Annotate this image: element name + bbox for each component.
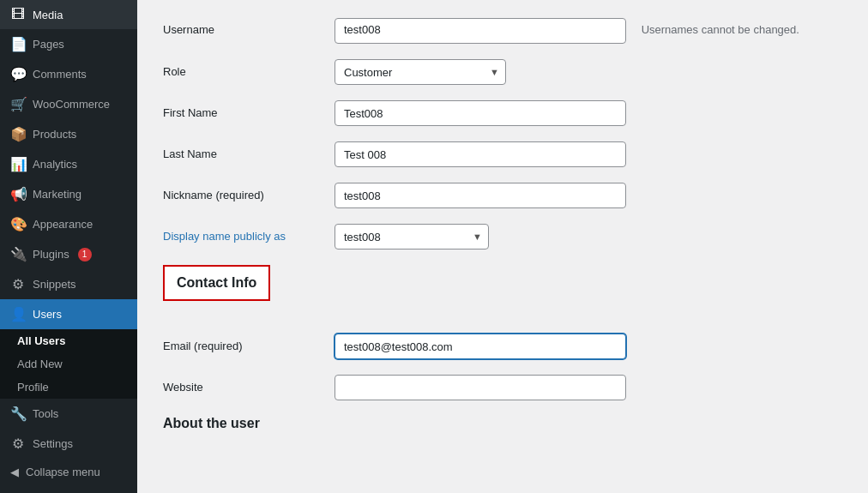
email-input[interactable] bbox=[335, 334, 626, 359]
sidebar-label-products: Products bbox=[33, 128, 76, 141]
nickname-label: Nickname (required) bbox=[163, 183, 335, 201]
main-content: Username test008 Usernames cannot be cha… bbox=[137, 0, 868, 493]
collapse-menu-button[interactable]: ◀ Collapse menu bbox=[0, 459, 137, 485]
sidebar-item-media[interactable]: 🎞 Media bbox=[0, 0, 137, 29]
display-name-select[interactable]: test008 Test008 Test 008 Test008 Test 00… bbox=[335, 224, 489, 250]
display-name-field: test008 Test008 Test 008 Test008 Test 00… bbox=[335, 224, 842, 250]
marketing-icon: 📢 bbox=[10, 186, 26, 202]
role-field: Customer Administrator Editor Author Sub… bbox=[335, 59, 842, 85]
sidebar-label-comments: Comments bbox=[33, 68, 87, 81]
collapse-icon: ◀ bbox=[10, 466, 19, 478]
last-name-label: Last Name bbox=[163, 141, 335, 160]
sidebar-label-plugins: Plugins bbox=[33, 248, 69, 261]
nickname-row: Nickname (required) bbox=[163, 183, 842, 208]
users-submenu: All Users Add New Profile bbox=[0, 329, 137, 399]
nickname-field bbox=[335, 183, 842, 208]
add-new-label: Add New bbox=[17, 358, 63, 370]
sidebar-item-snippets[interactable]: ⚙ Snippets bbox=[0, 269, 137, 299]
first-name-label: First Name bbox=[163, 100, 335, 119]
comments-icon: 💬 bbox=[10, 66, 26, 82]
collapse-label: Collapse menu bbox=[26, 466, 100, 478]
tools-icon: 🔧 bbox=[10, 406, 26, 422]
display-name-label: Display name publicly as bbox=[163, 224, 335, 243]
plugins-badge: 1 bbox=[78, 248, 92, 262]
all-users-label: All Users bbox=[17, 334, 65, 347]
sidebar-item-woocommerce[interactable]: 🛒 WooCommerce bbox=[0, 89, 137, 119]
first-name-row: First Name bbox=[163, 100, 842, 126]
sidebar-label-woocommerce: WooCommerce bbox=[33, 98, 110, 111]
plugins-icon: 🔌 bbox=[10, 246, 26, 262]
media-icon: 🎞 bbox=[10, 7, 26, 22]
about-heading: About the user bbox=[163, 416, 842, 431]
woocommerce-icon: 🛒 bbox=[10, 96, 26, 112]
sidebar-item-products[interactable]: 📦 Products bbox=[0, 119, 137, 149]
sidebar-item-profile[interactable]: Profile bbox=[0, 376, 137, 399]
last-name-row: Last Name bbox=[163, 141, 842, 167]
nickname-input[interactable] bbox=[335, 183, 626, 208]
display-name-row: Display name publicly as test008 Test008… bbox=[163, 224, 842, 250]
sidebar-item-marketing[interactable]: 📢 Marketing bbox=[0, 179, 137, 209]
tools-label: Tools bbox=[33, 407, 58, 420]
username-value: test008 bbox=[335, 18, 626, 44]
username-note: Usernames cannot be changed. bbox=[642, 17, 799, 36]
sidebar-item-plugins[interactable]: 🔌 Plugins 1 bbox=[0, 239, 137, 269]
role-row: Role Customer Administrator Editor Autho… bbox=[163, 59, 842, 85]
website-label: Website bbox=[163, 375, 335, 394]
sidebar-label-analytics: Analytics bbox=[33, 158, 77, 171]
sidebar-label-marketing: Marketing bbox=[33, 188, 81, 201]
role-select-wrap: Customer Administrator Editor Author Sub… bbox=[335, 59, 506, 85]
contact-info-section: Contact Info bbox=[163, 265, 842, 316]
username-row: Username test008 Usernames cannot be cha… bbox=[163, 17, 842, 44]
display-name-select-wrap: test008 Test008 Test 008 Test008 Test 00… bbox=[335, 224, 489, 250]
email-row: Email (required) bbox=[163, 334, 842, 359]
website-field bbox=[335, 375, 842, 400]
settings-label: Settings bbox=[33, 437, 73, 450]
sidebar-item-comments[interactable]: 💬 Comments bbox=[0, 59, 137, 89]
sidebar-label-appearance: Appearance bbox=[33, 218, 93, 231]
first-name-field bbox=[335, 100, 842, 126]
sidebar-item-pages[interactable]: 📄 Pages bbox=[0, 29, 137, 59]
sidebar-label-pages: Pages bbox=[33, 38, 64, 51]
snippets-icon: ⚙ bbox=[10, 276, 26, 292]
sidebar-item-analytics[interactable]: 📊 Analytics bbox=[0, 149, 137, 179]
pages-icon: 📄 bbox=[10, 36, 26, 52]
role-select[interactable]: Customer Administrator Editor Author Sub… bbox=[335, 59, 506, 85]
username-field: test008 Usernames cannot be changed. bbox=[335, 17, 842, 44]
role-label: Role bbox=[163, 59, 335, 78]
last-name-input[interactable] bbox=[335, 141, 626, 167]
sidebar-label-media: Media bbox=[33, 9, 63, 21]
settings-icon: ⚙ bbox=[10, 436, 26, 452]
analytics-icon: 📊 bbox=[10, 156, 26, 172]
appearance-icon: 🎨 bbox=[10, 216, 26, 232]
website-input[interactable] bbox=[335, 375, 626, 400]
sidebar-label-snippets: Snippets bbox=[33, 278, 76, 291]
profile-label: Profile bbox=[17, 381, 49, 394]
email-label: Email (required) bbox=[163, 334, 335, 352]
website-row: Website bbox=[163, 375, 842, 400]
sidebar-item-settings[interactable]: ⚙ Settings bbox=[0, 429, 137, 459]
username-label: Username bbox=[163, 17, 335, 36]
sidebar-item-users[interactable]: 👤 Users bbox=[0, 299, 137, 329]
sidebar-item-all-users[interactable]: All Users bbox=[0, 329, 137, 352]
sidebar-label-users: Users bbox=[33, 308, 62, 321]
sidebar-item-appearance[interactable]: 🎨 Appearance bbox=[0, 209, 137, 239]
contact-info-heading: Contact Info bbox=[163, 265, 270, 301]
sidebar-item-add-new[interactable]: Add New bbox=[0, 352, 137, 376]
sidebar-item-tools[interactable]: 🔧 Tools bbox=[0, 399, 137, 429]
sidebar: 🎞 Media 📄 Pages 💬 Comments 🛒 WooCommerce… bbox=[0, 0, 137, 493]
first-name-input[interactable] bbox=[335, 100, 626, 126]
email-field-wrap bbox=[335, 334, 842, 359]
last-name-field bbox=[335, 141, 842, 167]
products-icon: 📦 bbox=[10, 126, 26, 142]
users-icon: 👤 bbox=[10, 306, 26, 322]
